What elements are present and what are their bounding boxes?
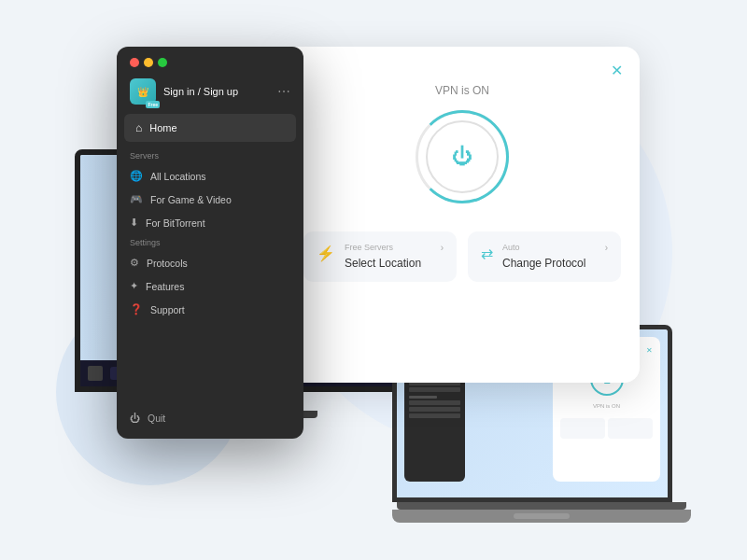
panel-header: 👑 Free Sign in / Sign up ⋯ [117, 75, 303, 114]
protocol-card-content: Auto Change Protocol [502, 243, 596, 271]
game-icon: 🎮 [130, 193, 143, 205]
traffic-light-green[interactable] [158, 58, 167, 67]
mini-menu-3 [409, 387, 460, 392]
globe-icon: 🌐 [130, 170, 143, 182]
power-icon: ⏻ [452, 145, 472, 169]
app-sidebar-panel: 👑 Free Sign in / Sign up ⋯ ⌂ Home Server… [117, 47, 303, 439]
user-label[interactable]: Sign in / Sign up [163, 86, 270, 97]
torrent-icon: ⬇ [130, 217, 138, 229]
protocol-icon: ⇄ [481, 245, 493, 262]
location-card[interactable]: ⚡ Free Servers Select Location › [303, 231, 457, 282]
free-servers-label: Free Servers [345, 243, 431, 252]
sidebar-item-game-video[interactable]: 🎮 For Game & Video [117, 188, 303, 211]
mini-menu-5 [409, 407, 460, 412]
laptop-hinge [397, 502, 686, 510]
traffic-lights [117, 47, 303, 75]
sidebar-item-all-locations[interactable]: 🌐 All Locations [117, 164, 303, 188]
location-card-content: Free Servers Select Location [345, 243, 431, 271]
home-icon: ⌂ [135, 121, 142, 134]
traffic-light-yellow[interactable] [144, 58, 153, 67]
laptop-notch [514, 513, 570, 519]
support-icon: ❓ [130, 303, 143, 315]
protocols-label: Protocols [147, 258, 188, 269]
features-label: Features [146, 281, 184, 292]
select-location-title: Select Location [345, 257, 421, 270]
game-video-label: For Game & Video [150, 194, 232, 205]
mini-card-1 [560, 418, 605, 439]
avatar: 👑 Free [130, 78, 156, 105]
mini-close-icon: ✕ [646, 346, 653, 355]
protocol-card-arrow: › [605, 243, 608, 253]
mini-bottom-cards [560, 418, 653, 439]
vpn-close-button[interactable]: ✕ [611, 62, 623, 79]
bittorrent-label: For BitTorrent [146, 217, 205, 229]
taskbar-windows-icon [88, 366, 103, 381]
mini-section-label-2 [409, 396, 437, 399]
power-ring: ⏻ [416, 110, 509, 203]
auto-label: Auto [502, 243, 596, 252]
bottom-cards: ⚡ Free Servers Select Location › ⇄ Auto … [303, 231, 621, 282]
power-button-wrapper: VPN is ON ⏻ [416, 84, 509, 203]
all-locations-label: All Locations [150, 171, 206, 182]
power-button[interactable]: ⏻ [426, 120, 499, 193]
servers-section-label: Servers [117, 147, 303, 164]
quit-icon: ⏻ [130, 413, 140, 424]
laptop-base [392, 510, 691, 523]
support-label: Support [150, 304, 185, 315]
mini-menu-4 [409, 400, 460, 405]
lightning-icon: ⚡ [317, 245, 335, 262]
free-badge: Free [146, 101, 160, 108]
quit-button[interactable]: ⏻ Quit [117, 401, 303, 439]
change-protocol-title: Change Protocol [502, 257, 585, 270]
menu-dots-button[interactable]: ⋯ [277, 84, 290, 99]
traffic-light-red[interactable] [130, 58, 139, 67]
sidebar-item-home[interactable]: ⌂ Home [124, 114, 296, 142]
home-label: Home [149, 122, 176, 133]
sidebar-item-protocols[interactable]: ⚙ Protocols [117, 251, 303, 274]
sidebar-item-support[interactable]: ❓ Support [117, 298, 303, 321]
settings-section-label: Settings [117, 234, 303, 251]
vpn-content-panel: ✕ VPN is ON ⏻ ⚡ Free Servers Select Loca… [285, 47, 640, 383]
features-icon: ✦ [130, 280, 138, 292]
sidebar-item-bittorrent[interactable]: ⬇ For BitTorrent [117, 211, 303, 234]
vpn-status-text: VPN is ON [435, 84, 489, 97]
mini-card-2 [608, 418, 653, 439]
protocol-card[interactable]: ⇄ Auto Change Protocol › [468, 231, 621, 282]
mini-status: VPN is ON [593, 403, 620, 409]
quit-label: Quit [148, 413, 165, 424]
sidebar-item-features[interactable]: ✦ Features [117, 274, 303, 298]
mini-menu-6 [409, 413, 460, 418]
avatar-icon: 👑 [137, 87, 148, 97]
location-card-arrow: › [441, 243, 444, 253]
protocols-icon: ⚙ [130, 257, 139, 269]
